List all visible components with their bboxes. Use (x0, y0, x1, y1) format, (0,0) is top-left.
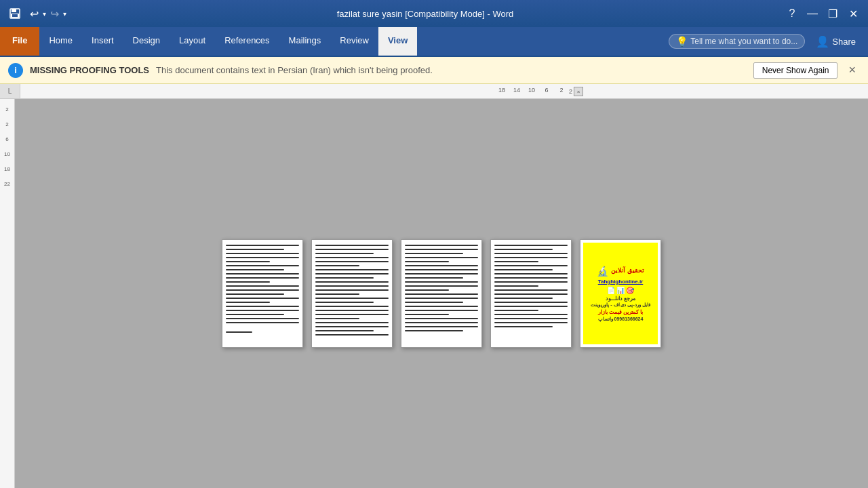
tab-home[interactable]: Home (39, 27, 82, 56)
page-line (405, 285, 478, 287)
page-3-lines (405, 244, 478, 332)
ad-icon: 🔬 (597, 266, 608, 277)
page-line (405, 314, 449, 315)
page-line (226, 273, 299, 274)
tab-references[interactable]: References (215, 27, 279, 56)
page-line (226, 261, 270, 262)
notif-bold-text: MISSING PROOFING TOOLS (30, 65, 149, 75)
ruler-side-num: 2 (5, 102, 8, 117)
page-line (315, 257, 389, 258)
page-line (315, 310, 389, 311)
undo-button[interactable]: ↩ (27, 4, 41, 23)
ruler-side-num: 6 (5, 131, 8, 146)
page-line (315, 261, 389, 262)
ruler-num: 2 (554, 87, 569, 96)
page-line (494, 326, 553, 327)
page-line (405, 277, 463, 279)
person-icon: 👤 (816, 35, 829, 48)
ruler-numbers: 18 14 10 6 2 2 × (494, 87, 583, 96)
page-line (494, 285, 538, 287)
page-line (226, 310, 299, 311)
tab-file[interactable]: File (0, 27, 39, 56)
page-line (494, 298, 553, 299)
page-2-lines (315, 244, 389, 336)
ruler-corner: L (0, 84, 20, 99)
page-line (226, 257, 299, 258)
ribbon-spacer (417, 27, 662, 56)
page-line (494, 314, 568, 315)
page-line (405, 302, 463, 303)
notification-close-button[interactable]: × (844, 62, 860, 79)
tab-mailings[interactable]: Mailings (279, 27, 331, 56)
customize-button[interactable]: ▾ (62, 4, 68, 23)
page-line (494, 245, 568, 246)
help-button[interactable]: ? (783, 4, 802, 23)
ad-icon-1: 📄 (607, 287, 615, 294)
page-line (315, 265, 359, 266)
restore-button[interactable]: ❐ (823, 4, 842, 23)
notif-body-text: This document contains text in Persian (… (156, 65, 433, 75)
page-line (405, 310, 478, 311)
page-4-lines (494, 244, 568, 328)
page-line (315, 326, 389, 327)
ad-header: 🔬 تحقیق آنلاین (597, 266, 644, 277)
page-line (405, 289, 449, 291)
lightbulb-icon: 💡 (676, 36, 688, 47)
ad-site: Tahghighonline.ir (598, 279, 644, 285)
tab-view[interactable]: View (378, 27, 417, 56)
page-1 (222, 239, 303, 348)
page-line (405, 281, 478, 283)
ad-line2: فایل ورد-پی دی اف - پاورپوینت (591, 302, 650, 308)
tab-layout[interactable]: Layout (170, 27, 215, 56)
page-line (315, 298, 389, 299)
page-line (494, 253, 568, 254)
minimize-button[interactable]: — (803, 4, 822, 23)
page-line (315, 306, 389, 307)
tab-review[interactable]: Review (330, 27, 378, 56)
page-line (315, 273, 389, 274)
share-label: Share (832, 37, 856, 47)
page-line (494, 322, 568, 323)
tab-insert[interactable]: Insert (82, 27, 123, 56)
page-line (405, 273, 478, 274)
notification-bar: i MISSING PROOFING TOOLS This document c… (0, 57, 868, 84)
page-line (405, 269, 478, 270)
page-line (315, 302, 374, 303)
page-line (226, 265, 299, 266)
page-2 (311, 239, 393, 348)
ad-icon-3: 🎯 (626, 287, 634, 294)
page-line (405, 245, 478, 246)
ribbon: File Home Insert Design Layout Reference… (0, 27, 868, 57)
page-1-lines (226, 244, 299, 324)
page-line (494, 310, 538, 311)
redo-button[interactable]: ↪ (47, 4, 62, 23)
ad-line3: با کمترین قیمت بازار (598, 309, 644, 315)
ruler-side-num: 10 (4, 146, 10, 161)
tab-design[interactable]: Design (123, 27, 170, 56)
share-button[interactable]: 👤 Share (810, 33, 861, 51)
undo-redo-group: ↩ ▾ ↪ ▾ (27, 4, 68, 23)
save-button[interactable] (5, 4, 24, 23)
page-line (226, 293, 284, 295)
page-line (226, 322, 299, 323)
page-line (405, 322, 478, 323)
svg-rect-1 (12, 9, 16, 12)
page-line (405, 257, 478, 258)
page-3 (401, 239, 482, 348)
close-button[interactable]: ✕ (844, 4, 863, 23)
page-4 (490, 239, 572, 348)
ruler-side-num: 18 (4, 161, 10, 176)
page-line (315, 281, 389, 283)
never-show-again-button[interactable]: Never Show Again (753, 62, 838, 79)
undo-dropdown-button[interactable]: ▾ (41, 4, 47, 23)
page-line (226, 314, 284, 315)
ad-phone: 09981366624 واتساپ (598, 317, 644, 322)
page-line (226, 331, 252, 333)
svg-rect-3 (12, 14, 18, 17)
page-line (315, 285, 389, 287)
ruler-marker: × (574, 87, 583, 96)
ad-title: تحقیق آنلاین (611, 267, 644, 274)
tell-me-box[interactable]: 💡 Tell me what you want to do... (669, 34, 805, 49)
page-5: 🔬 تحقیق آنلاین Tahghighonline.ir 📄 📊 🎯 م… (580, 239, 661, 348)
page-line (315, 269, 389, 270)
